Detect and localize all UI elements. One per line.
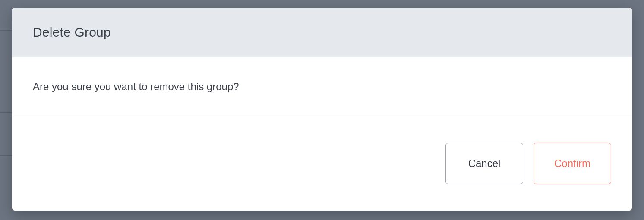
background-divider <box>0 112 12 113</box>
dialog-body: Are you sure you want to remove this gro… <box>12 57 632 116</box>
cancel-button[interactable]: Cancel <box>445 143 523 184</box>
dialog-header: Delete Group <box>12 8 632 57</box>
dialog-message: Are you sure you want to remove this gro… <box>33 81 611 93</box>
confirm-button[interactable]: Confirm <box>534 143 611 184</box>
background-divider <box>0 155 12 156</box>
delete-group-dialog: Delete Group Are you sure you want to re… <box>12 8 632 211</box>
dialog-footer: Cancel Confirm <box>12 116 632 211</box>
background-divider <box>0 30 12 31</box>
dialog-title: Delete Group <box>33 25 611 40</box>
